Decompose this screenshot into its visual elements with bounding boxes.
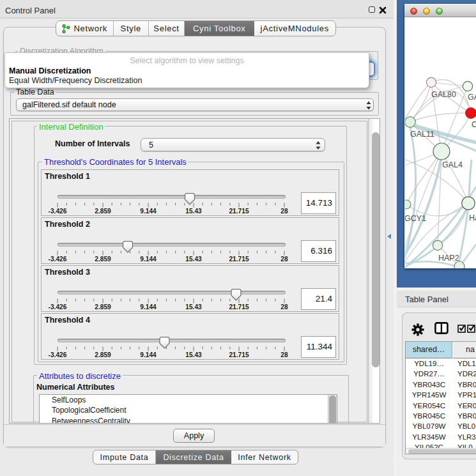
svg-text:HAP2: HAP2: [438, 254, 459, 263]
svg-text:GAL11: GAL11: [410, 130, 434, 139]
svg-text:CDC: CDC: [472, 120, 476, 129]
svg-text:GAL7: GAL7: [468, 93, 476, 102]
svg-text:GAL4: GAL4: [442, 160, 463, 169]
svg-text:GCY1: GCY1: [405, 214, 426, 223]
svg-text:GAL80: GAL80: [431, 90, 456, 99]
svg-text:HA: HA: [469, 213, 476, 222]
